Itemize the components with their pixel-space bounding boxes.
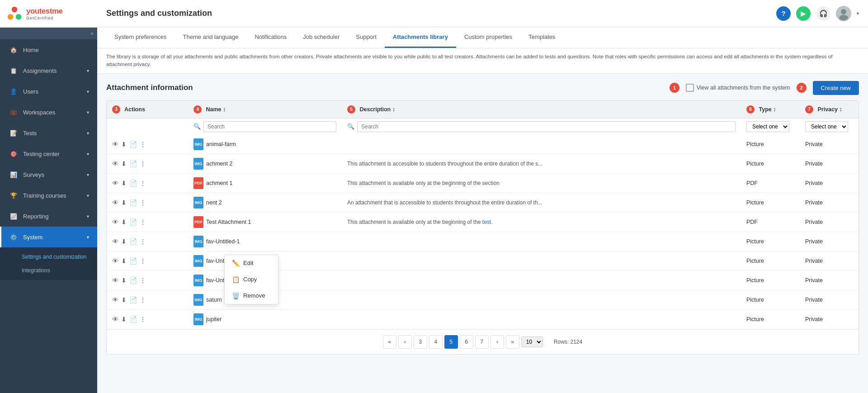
download-icon[interactable]: ⬇ xyxy=(121,296,127,303)
sidebar-item-tests[interactable]: 📝 Tests ▾ xyxy=(0,123,97,143)
view-all-label[interactable]: View all attachments from the system xyxy=(686,84,790,92)
page-5-button[interactable]: 5 xyxy=(444,335,458,349)
view-icon[interactable]: 👁 xyxy=(112,218,118,226)
tab-custom-properties[interactable]: Custom properties xyxy=(456,27,520,48)
view-icon[interactable]: 👁 xyxy=(112,277,118,284)
more-options-icon[interactable]: ⋮ xyxy=(140,277,146,284)
sidebar-item-assignments[interactable]: 📋 Assignments ▾ xyxy=(0,60,97,81)
edit-icon: ✏️ xyxy=(232,260,240,267)
rows-per-page-select[interactable]: 10 25 50 xyxy=(521,336,543,347)
first-page-button[interactable]: « xyxy=(383,335,396,349)
type-select[interactable]: Select one Picture PDF xyxy=(746,121,789,132)
tab-system-preferences[interactable]: System preferences xyxy=(106,27,175,48)
file-icon[interactable]: 📄 xyxy=(129,238,137,245)
view-all-text: View all attachments from the system xyxy=(697,85,790,91)
sidebar-subitem-integrations[interactable]: Integrations xyxy=(0,264,97,277)
last-page-button[interactable]: » xyxy=(506,335,519,349)
sidebar-item-users[interactable]: 👤 Users ▾ xyxy=(0,81,97,102)
more-options-icon[interactable]: ⋮ xyxy=(140,218,146,226)
download-icon[interactable]: ⬇ xyxy=(121,257,127,265)
tab-job-scheduler[interactable]: Job scheduler xyxy=(295,27,348,48)
page-4-button[interactable]: 4 xyxy=(429,335,443,349)
view-icon[interactable]: 👁 xyxy=(112,238,118,245)
file-icon[interactable]: 📄 xyxy=(129,316,137,323)
file-icon[interactable]: 📄 xyxy=(129,160,137,167)
sidebar-item-surveys[interactable]: 📊 Surveys ▾ xyxy=(0,164,97,185)
desc-cell xyxy=(342,270,741,290)
download-icon[interactable]: ⬇ xyxy=(121,180,127,187)
headset-button[interactable]: 🎧 xyxy=(816,6,830,21)
sidebar-item-home[interactable]: 🏠 Home xyxy=(0,39,97,60)
col-type: 6 Type ↕ xyxy=(741,101,800,118)
page-6-button[interactable]: 6 xyxy=(460,335,473,349)
view-icon[interactable]: 👁 xyxy=(112,296,118,303)
more-options-icon[interactable]: ⋮ xyxy=(140,257,146,265)
download-icon[interactable]: ⬇ xyxy=(121,141,127,148)
sidebar-item-reporting[interactable]: 📈 Reporting ▾ xyxy=(0,206,97,227)
file-icon[interactable]: 📄 xyxy=(129,141,137,148)
more-options-icon[interactable]: ⋮ xyxy=(140,238,146,245)
privacy-filter-cell: Select one Private Public xyxy=(800,118,859,135)
view-icon[interactable]: 👁 xyxy=(112,160,118,167)
download-icon[interactable]: ⬇ xyxy=(121,238,127,245)
file-icon[interactable]: 📄 xyxy=(129,277,137,284)
more-options-icon[interactable]: ⋮ xyxy=(140,296,146,303)
desc-search-input[interactable] xyxy=(357,121,736,132)
sidebar-item-system[interactable]: ⚙️ System ▾ xyxy=(0,227,97,247)
file-icon[interactable]: 📄 xyxy=(129,257,137,265)
logo-brand: youtestme xyxy=(26,7,63,16)
dropdown-copy[interactable]: 📋 Copy xyxy=(225,271,278,288)
page-7-button[interactable]: 7 xyxy=(475,335,489,349)
view-all-checkbox[interactable] xyxy=(686,84,694,92)
sidebar-item-workspaces[interactable]: 💼 Workspaces ▾ xyxy=(0,102,97,123)
view-icon[interactable]: 👁 xyxy=(112,316,118,323)
page-3-button[interactable]: 3 xyxy=(414,335,427,349)
file-type-icon: PDF xyxy=(193,216,203,228)
attachments-table: 3 Actions 4 Name ↕ 5 Description ↕ 6 xyxy=(107,101,859,329)
more-options-icon[interactable]: ⋮ xyxy=(140,160,146,167)
sidebar-subitem-settings[interactable]: Settings and customization xyxy=(0,250,97,264)
dropdown-edit[interactable]: ✏️ Edit xyxy=(225,255,278,271)
more-options-icon[interactable]: ⋮ xyxy=(140,199,146,206)
table-wrapper: 3 Actions 4 Name ↕ 5 Description ↕ 6 xyxy=(106,100,859,355)
sidebar-collapse-button[interactable]: « xyxy=(0,28,97,39)
type-cell: Picture xyxy=(741,290,800,309)
download-icon[interactable]: ⬇ xyxy=(121,277,127,284)
tab-notifications[interactable]: Notifications xyxy=(246,27,295,48)
download-icon[interactable]: ⬇ xyxy=(121,218,127,226)
download-icon[interactable]: ⬇ xyxy=(121,199,127,206)
type-cell: PDF xyxy=(741,212,800,232)
create-new-button[interactable]: Create new xyxy=(813,81,859,95)
more-options-icon[interactable]: ⋮ xyxy=(140,316,146,323)
tab-templates[interactable]: Templates xyxy=(520,27,563,48)
file-icon[interactable]: 📄 xyxy=(129,218,137,226)
file-type-icon: IMG xyxy=(193,236,203,247)
tab-theme-language[interactable]: Theme and language xyxy=(175,27,247,48)
next-page-button[interactable]: › xyxy=(491,335,504,349)
tab-attachments-library[interactable]: Attachments library xyxy=(385,27,456,48)
prev-page-button[interactable]: ‹ xyxy=(398,335,412,349)
file-icon[interactable]: 📄 xyxy=(129,180,137,187)
file-icon[interactable]: 📄 xyxy=(129,199,137,206)
download-icon[interactable]: ⬇ xyxy=(121,316,127,323)
tab-support[interactable]: Support xyxy=(348,27,385,48)
avatar[interactable] xyxy=(836,6,851,21)
view-icon[interactable]: 👁 xyxy=(112,141,118,148)
name-search-input[interactable] xyxy=(203,121,336,132)
more-options-icon[interactable]: ⋮ xyxy=(140,141,146,148)
privacy-select[interactable]: Select one Private Public xyxy=(805,121,848,132)
sidebar-item-testing-center[interactable]: 🎯 Testing center ▾ xyxy=(0,143,97,164)
sidebar-item-training-courses[interactable]: 🏆 Training courses ▾ xyxy=(0,185,97,206)
file-icon[interactable]: 📄 xyxy=(129,296,137,303)
view-icon[interactable]: 👁 xyxy=(112,180,118,187)
download-icon[interactable]: ⬇ xyxy=(121,160,127,167)
name-cell: IMG jupiter xyxy=(188,309,342,329)
actions-cell: 👁 ⬇ 📄 ⋮ xyxy=(107,154,188,173)
chevron-icon: ▾ xyxy=(87,110,89,115)
view-icon[interactable]: 👁 xyxy=(112,257,118,265)
play-button[interactable]: ▶ xyxy=(796,6,811,21)
help-button[interactable]: ? xyxy=(776,6,791,21)
dropdown-remove[interactable]: 🗑️ Remove xyxy=(225,288,278,304)
view-icon[interactable]: 👁 xyxy=(112,199,118,206)
more-options-icon[interactable]: ⋮ xyxy=(140,180,146,187)
